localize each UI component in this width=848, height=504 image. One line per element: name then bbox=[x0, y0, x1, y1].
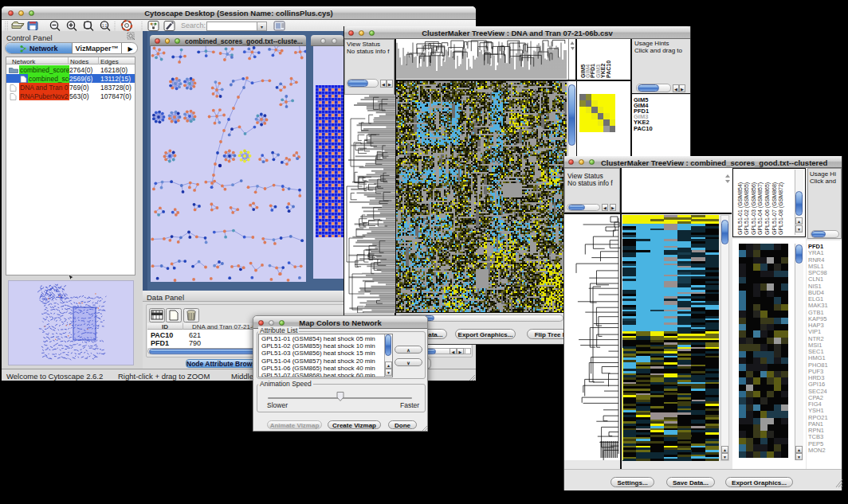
svg-text:1:1: 1:1 bbox=[102, 24, 108, 28]
svg-text:Search:: Search: bbox=[181, 21, 206, 29]
